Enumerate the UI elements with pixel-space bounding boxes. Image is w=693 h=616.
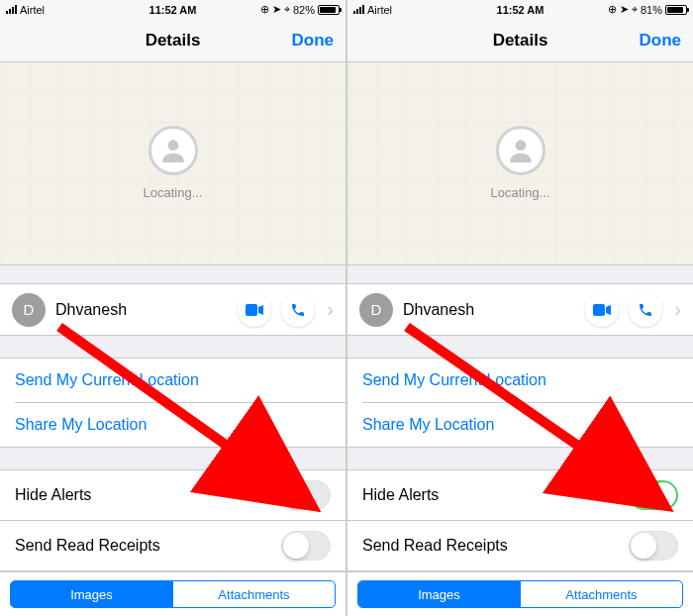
- hide-alerts-row: Hide Alerts: [0, 470, 346, 520]
- tab-bar-wrap: Images Attachments: [347, 571, 693, 616]
- locating-text: Locating...: [144, 185, 203, 200]
- contact-name: Dhvanesh: [403, 301, 575, 319]
- carrier-text: Airtel: [20, 4, 45, 16]
- battery-percent: 82%: [293, 4, 315, 16]
- contact-row[interactable]: D Dhvanesh ›: [0, 283, 346, 336]
- status-time: 11:52 AM: [497, 4, 544, 16]
- contact-avatar-large: [148, 126, 198, 175]
- chevron-right-icon: ›: [674, 298, 681, 321]
- share-location-button[interactable]: Share My Location: [15, 402, 346, 447]
- status-bar: Airtel 11:52 AM ⊕ ➤ ⌖ 82%: [0, 0, 346, 20]
- map-area[interactable]: Locating...: [0, 62, 346, 265]
- signal-icon: [353, 5, 364, 14]
- battery-icon: [665, 5, 687, 15]
- bluetooth-icon: ⌖: [284, 3, 290, 16]
- send-location-button[interactable]: Send My Current Location: [347, 359, 693, 402]
- tab-images[interactable]: Images: [358, 581, 520, 607]
- compass-icon: ⊕: [260, 3, 269, 16]
- read-receipts-toggle[interactable]: [281, 531, 331, 561]
- map-area[interactable]: Locating...: [347, 62, 693, 265]
- person-icon: [505, 135, 537, 166]
- toggle-section: Hide Alerts Send Read Receipts: [0, 469, 346, 571]
- person-icon: [157, 135, 189, 166]
- location-arrow-icon: ➤: [272, 3, 281, 16]
- phone-icon: [290, 302, 306, 318]
- contact-row[interactable]: D Dhvanesh ›: [347, 283, 693, 336]
- read-receipts-toggle[interactable]: [629, 531, 678, 561]
- done-button[interactable]: Done: [292, 31, 335, 51]
- done-button[interactable]: Done: [640, 31, 682, 51]
- audio-call-button[interactable]: [281, 293, 315, 327]
- video-call-button[interactable]: [238, 293, 271, 327]
- hide-alerts-toggle[interactable]: [281, 480, 331, 510]
- toggle-section: Hide Alerts Send Read Receipts: [347, 469, 693, 571]
- share-location-button[interactable]: Share My Location: [362, 402, 693, 447]
- video-call-button[interactable]: [585, 293, 619, 327]
- tab-images[interactable]: Images: [11, 581, 172, 607]
- location-arrow-icon: ➤: [620, 3, 629, 16]
- battery-icon: [318, 5, 340, 15]
- phone-icon: [638, 302, 653, 318]
- hide-alerts-label: Hide Alerts: [362, 486, 439, 504]
- tab-segmented: Images Attachments: [357, 580, 683, 608]
- status-bar: Airtel 11:52 AM ⊕ ➤ ⌖ 81%: [347, 0, 693, 20]
- read-receipts-row: Send Read Receipts: [347, 520, 693, 570]
- hide-alerts-row: Hide Alerts: [347, 470, 693, 520]
- read-receipts-label: Send Read Receipts: [15, 537, 160, 555]
- video-icon: [593, 304, 611, 316]
- page-title: Details: [493, 31, 548, 51]
- svg-rect-1: [246, 304, 257, 316]
- contact-name: Dhvanesh: [55, 301, 228, 319]
- nav-bar: Details Done: [347, 20, 693, 62]
- location-links-section: Send My Current Location Share My Locati…: [0, 358, 346, 448]
- tab-bar-wrap: Images Attachments: [0, 571, 346, 616]
- page-title: Details: [146, 31, 201, 51]
- chevron-right-icon: ›: [327, 298, 334, 321]
- compass-icon: ⊕: [608, 3, 617, 16]
- tab-attachments[interactable]: Attachments: [172, 581, 335, 607]
- contact-avatar-small: D: [12, 293, 46, 327]
- location-links-section: Send My Current Location Share My Locati…: [347, 358, 693, 448]
- read-receipts-label: Send Read Receipts: [362, 537, 508, 555]
- carrier-text: Airtel: [367, 4, 392, 16]
- locating-text: Locating...: [491, 185, 550, 200]
- screen-right: Airtel 11:52 AM ⊕ ➤ ⌖ 81% Details Done L…: [347, 0, 693, 616]
- status-time: 11:52 AM: [149, 4, 197, 16]
- nav-bar: Details Done: [0, 20, 346, 62]
- svg-point-3: [515, 141, 526, 152]
- hide-alerts-toggle[interactable]: [629, 480, 678, 510]
- svg-point-0: [167, 141, 178, 152]
- signal-icon: [6, 5, 17, 14]
- contact-avatar-large: [496, 126, 545, 175]
- screen-left: Airtel 11:52 AM ⊕ ➤ ⌖ 82% Details Done L…: [0, 0, 346, 616]
- tab-attachments[interactable]: Attachments: [520, 581, 682, 607]
- battery-percent: 81%: [641, 4, 662, 16]
- contact-avatar-small: D: [359, 293, 393, 327]
- audio-call-button[interactable]: [629, 293, 662, 327]
- tab-segmented: Images Attachments: [10, 580, 336, 608]
- read-receipts-row: Send Read Receipts: [0, 520, 346, 570]
- video-icon: [246, 304, 263, 316]
- svg-rect-4: [593, 304, 605, 316]
- bluetooth-icon: ⌖: [632, 3, 638, 16]
- hide-alerts-label: Hide Alerts: [15, 486, 91, 504]
- send-location-button[interactable]: Send My Current Location: [0, 359, 346, 402]
